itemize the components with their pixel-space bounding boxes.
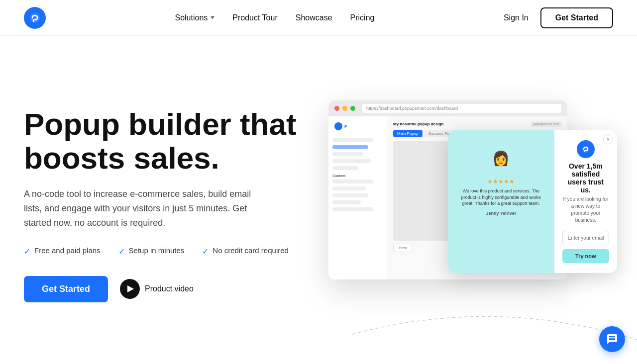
browser-close-dot [334,106,339,111]
tab-main-popup: Main Popup [393,130,423,137]
popup-close-button[interactable]: × [603,134,613,144]
navbar: Solutions Product Tour Showcase Pricing … [0,0,637,36]
sidebar-item [332,200,361,204]
get-started-hero-button[interactable]: Get Started [24,276,108,302]
popup-stars: ★★★★★ [487,178,515,185]
logo-icon [24,7,46,29]
popup-brand-logo [577,140,595,158]
product-video-button[interactable]: Product video [120,279,194,299]
app-mockup: https://dashboard.popupsmart.com/dashboa… [328,100,587,309]
popup-subtitle: If you are looking for a new way to prom… [562,196,609,224]
logo[interactable] [24,7,46,29]
sidebar-logo: P [332,120,384,132]
nav-showcase[interactable]: Showcase [296,13,332,22]
sidebar-item [332,166,358,170]
browser-bar: https://dashboard.popupsmart.com/dashboa… [328,100,567,116]
nav-product-tour[interactable]: Product Tour [232,13,277,22]
popup-title: Over 1,5m satisfied users trust us. [562,162,609,194]
check-setup: ✓ Setup in minutes [118,246,185,256]
prev-button-mock: Prev [393,244,412,252]
checkmark-icon: ✓ [118,247,125,256]
popup-review-text: We love this product and services. The p… [458,188,544,207]
sidebar-item [332,145,368,149]
popup-reviewer-name: Jenny Yelriver [486,211,516,216]
browser-site-label: popupsmart.com [531,121,562,127]
popup-layout: 👩 ★★★★★ We love this product and service… [448,130,617,273]
nav-pricing[interactable]: Pricing [350,13,375,22]
avatar-emoji: 👩 [492,150,510,167]
nav-right: Sign In Get Started [504,7,613,28]
popup-email-input[interactable] [562,231,609,245]
hero-content: Popup builder that boosts sales. A no-co… [24,107,303,302]
nav-solutions[interactable]: Solutions [175,13,214,22]
checkmark-icon: ✓ [202,247,209,256]
popup-avatar: 👩 [485,142,517,174]
sidebar-item [332,186,366,190]
hero-subtitle: A no-code tool to increase e-commerce sa… [24,187,263,230]
hero-checklist: ✓ Free and paid plans ✓ Setup in minutes… [24,246,303,256]
sidebar-item [332,152,363,156]
sidebar-brand: P [344,124,347,129]
sidebar-logo-dot [334,122,342,130]
hero-section: Popup builder that boosts sales. A no-co… [0,36,637,364]
nav-links: Solutions Product Tour Showcase Pricing [175,13,374,22]
sidebar-item [332,138,373,142]
sidebar-section-label: Content [332,174,384,178]
hero-cta-group: Get Started Product video [24,276,303,302]
popup-right-panel: Over 1,5m satisfied users trust us. If y… [554,130,617,273]
svg-point-0 [30,13,40,23]
sign-in-button[interactable]: Sign In [504,13,529,22]
get-started-nav-button[interactable]: Get Started [540,7,613,28]
sidebar-item [332,159,371,163]
check-no-cc: ✓ No credit card required [202,246,289,256]
chat-bubble-button[interactable] [599,326,625,352]
chevron-down-icon [211,16,214,19]
hero-illustration: https://dashboard.popupsmart.com/dashboa… [303,76,613,334]
popup-preview: × 👩 ★★★★★ We love this product and servi… [448,130,617,273]
check-free-plans: ✓ Free and paid plans [24,246,101,256]
browser-design-title: My beautiful popup design [393,122,443,126]
popup-left-panel: 👩 ★★★★★ We love this product and service… [448,130,554,273]
sidebar-item [332,193,368,197]
browser-minimize-dot [342,106,347,111]
sidebar-item [332,180,373,183]
browser-sidebar: P Content [328,116,388,279]
browser-url-bar: https://dashboard.popupsmart.com/dashboa… [362,104,561,113]
sidebar-item [332,207,373,211]
browser-maximize-dot [350,106,355,111]
popup-try-now-button[interactable]: Try now [562,249,609,263]
youtube-icon [120,279,140,299]
checkmark-icon: ✓ [24,247,30,256]
hero-title: Popup builder that boosts sales. [24,107,303,175]
